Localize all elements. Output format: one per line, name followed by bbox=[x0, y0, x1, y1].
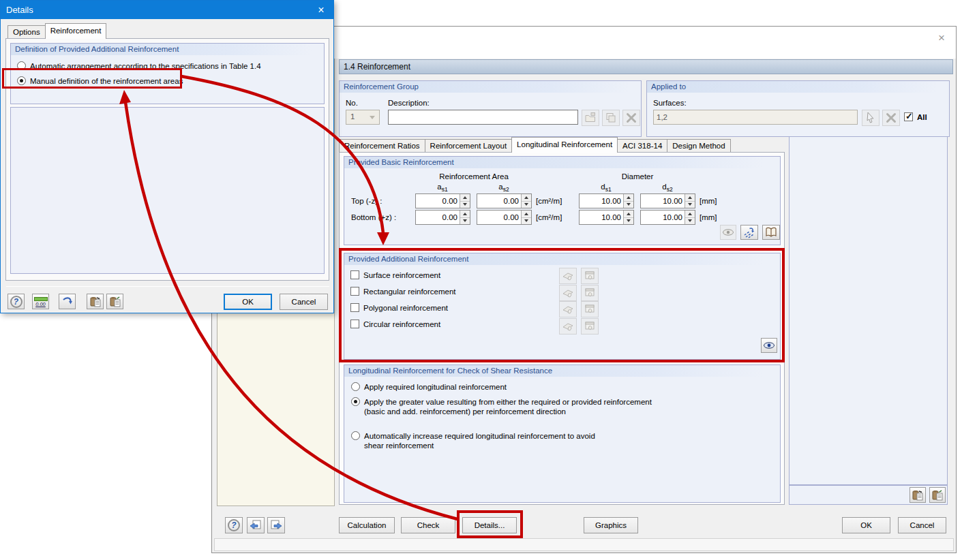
as2-top-spinner[interactable]: 0.00 bbox=[477, 193, 532, 208]
option-automatic-arrangement[interactable]: Automatic arrangement according to the s… bbox=[17, 61, 261, 71]
tab-reinforcement-ratios[interactable]: Reinforcement Ratios bbox=[339, 139, 425, 153]
rectangular-reinforcement-row[interactable]: Rectangular reinforcement bbox=[350, 287, 456, 296]
tab-aci-318-14[interactable]: ACI 318-14 bbox=[617, 139, 667, 153]
ds1-top-spinner[interactable]: 10.00 bbox=[579, 193, 634, 208]
group-number-select[interactable]: 1 bbox=[346, 110, 380, 125]
radio[interactable] bbox=[17, 76, 26, 85]
close-icon[interactable]: × bbox=[934, 31, 949, 46]
details-button[interactable]: Details... bbox=[462, 517, 517, 533]
spin-up[interactable] bbox=[460, 194, 470, 202]
details-reinforcement-tabpage: Definition of Provided Additional Reinfo… bbox=[5, 38, 329, 281]
graphics-button[interactable]: Graphics bbox=[584, 517, 638, 533]
units-button[interactable]: 0.00 bbox=[32, 294, 49, 309]
apply-circular-reinforcement-button[interactable] bbox=[581, 318, 599, 335]
view-additional-reinforcement-button[interactable] bbox=[761, 338, 777, 353]
radio[interactable] bbox=[351, 431, 360, 440]
apply-window-icon bbox=[584, 270, 596, 282]
reinforcement-library-button[interactable] bbox=[762, 225, 780, 240]
spin-up[interactable] bbox=[624, 211, 633, 218]
tab-longitudinal-reinforcement[interactable]: Longitudinal Reinforcement bbox=[511, 137, 618, 153]
cancel-button[interactable]: Cancel bbox=[898, 517, 946, 533]
radio-label: Apply required longitudinal reinforcemen… bbox=[364, 382, 507, 392]
spin-up[interactable] bbox=[685, 194, 695, 202]
tab-reinforcement[interactable]: Reinforcement bbox=[45, 23, 107, 39]
spin-down[interactable] bbox=[624, 202, 633, 208]
apply-polygonal-reinforcement-button[interactable] bbox=[581, 301, 599, 317]
surface-reinforcement-checkbox[interactable] bbox=[350, 270, 359, 279]
spin-down[interactable] bbox=[460, 202, 470, 208]
view-basic-reinforcement-button[interactable] bbox=[720, 225, 736, 240]
polygonal-reinforcement-row[interactable]: Polygonal reinforcement bbox=[350, 303, 448, 313]
group-title: Provided Additional Reinforcement bbox=[344, 253, 780, 265]
apply-surface-reinforcement-button[interactable] bbox=[581, 268, 599, 284]
as2-bottom-spinner[interactable]: 0.00 bbox=[477, 210, 532, 225]
reinforcement-direction-button[interactable] bbox=[740, 225, 758, 240]
surface-reinforcement-row[interactable]: Surface reinforcement bbox=[350, 270, 440, 280]
description-input[interactable] bbox=[388, 110, 578, 125]
ok-button[interactable]: OK bbox=[842, 517, 890, 533]
check-button[interactable]: Check bbox=[401, 517, 455, 533]
all-checkbox-row[interactable]: All bbox=[904, 112, 927, 122]
tab-design-method[interactable]: Design Method bbox=[667, 139, 730, 153]
export-clipboard-button[interactable] bbox=[87, 294, 104, 309]
polygonal-reinforcement-checkbox[interactable] bbox=[350, 303, 359, 312]
spin-down[interactable] bbox=[685, 202, 695, 208]
radio[interactable] bbox=[17, 61, 26, 70]
calculation-button[interactable]: Calculation bbox=[339, 517, 395, 533]
spin-up[interactable] bbox=[685, 211, 695, 218]
spin-up[interactable] bbox=[522, 194, 531, 202]
shear-option-auto-increase[interactable]: Automatically increase required longitud… bbox=[351, 431, 595, 450]
spin-down[interactable] bbox=[522, 218, 531, 225]
previous-window-button[interactable] bbox=[247, 517, 265, 533]
all-checkbox[interactable] bbox=[904, 112, 913, 121]
details-titlebar[interactable]: Details × bbox=[1, 1, 333, 19]
radio[interactable] bbox=[351, 397, 360, 406]
copy-group-button[interactable] bbox=[602, 110, 620, 126]
spin-down[interactable] bbox=[685, 218, 695, 225]
spin-up[interactable] bbox=[624, 194, 633, 202]
as1-bottom-spinner[interactable]: 0.00 bbox=[415, 210, 470, 225]
ds2-bottom-spinner[interactable]: 10.00 bbox=[640, 210, 695, 225]
help-button[interactable] bbox=[7, 294, 25, 309]
tab-reinforcement-layout[interactable]: Reinforcement Layout bbox=[425, 139, 513, 153]
import-clipboard-button[interactable] bbox=[929, 487, 946, 503]
next-window-button[interactable] bbox=[267, 517, 285, 533]
spin-down[interactable] bbox=[460, 218, 470, 225]
help-button[interactable] bbox=[225, 517, 243, 533]
as1-top-spinner[interactable]: 0.00 bbox=[415, 193, 470, 208]
cancel-button[interactable]: Cancel bbox=[280, 294, 328, 310]
spin-up[interactable] bbox=[522, 211, 531, 218]
reset-button[interactable] bbox=[59, 294, 76, 309]
pick-surfaces-button[interactable] bbox=[862, 110, 880, 126]
edit-rectangular-reinforcement-button[interactable] bbox=[559, 285, 577, 301]
apply-rectangular-reinforcement-button[interactable] bbox=[581, 285, 599, 301]
ds2-top-spinner[interactable]: 10.00 bbox=[640, 193, 695, 208]
rectangular-reinforcement-checkbox[interactable] bbox=[350, 287, 359, 296]
ok-button[interactable]: OK bbox=[224, 294, 272, 310]
footer-separator bbox=[6, 286, 329, 287]
close-icon[interactable]: × bbox=[314, 3, 328, 17]
empty-settings-panel bbox=[10, 107, 325, 274]
new-group-button[interactable] bbox=[582, 110, 599, 126]
edit-circular-reinforcement-button[interactable] bbox=[559, 318, 577, 335]
radio-label: Apply the greater value resulting from e… bbox=[364, 397, 652, 416]
shear-option-greater-value[interactable]: Apply the greater value resulting from e… bbox=[351, 397, 652, 416]
spin-down[interactable] bbox=[624, 218, 633, 225]
circular-reinforcement-checkbox[interactable] bbox=[350, 320, 359, 328]
clear-surfaces-button[interactable] bbox=[882, 110, 900, 126]
spin-down[interactable] bbox=[522, 202, 531, 208]
radio[interactable] bbox=[351, 382, 360, 391]
tab-options[interactable]: Options bbox=[7, 25, 46, 39]
edit-surface-reinforcement-button[interactable] bbox=[559, 268, 577, 284]
ds1-bottom-spinner[interactable]: 10.00 bbox=[579, 210, 634, 225]
export-clipboard-button[interactable] bbox=[910, 487, 926, 503]
shear-option-required[interactable]: Apply required longitudinal reinforcemen… bbox=[351, 382, 507, 392]
import-clipboard-button[interactable] bbox=[106, 294, 123, 309]
edit-polygonal-reinforcement-button[interactable] bbox=[559, 301, 577, 317]
spin-up[interactable] bbox=[460, 211, 470, 218]
delete-group-button[interactable] bbox=[622, 110, 640, 126]
circular-reinforcement-row[interactable]: Circular reinforcement bbox=[350, 320, 440, 329]
surfaces-input[interactable] bbox=[653, 110, 858, 125]
apply-window-icon bbox=[584, 320, 596, 332]
option-manual-definition[interactable]: Manual definition of the reinforcement a… bbox=[17, 76, 183, 86]
